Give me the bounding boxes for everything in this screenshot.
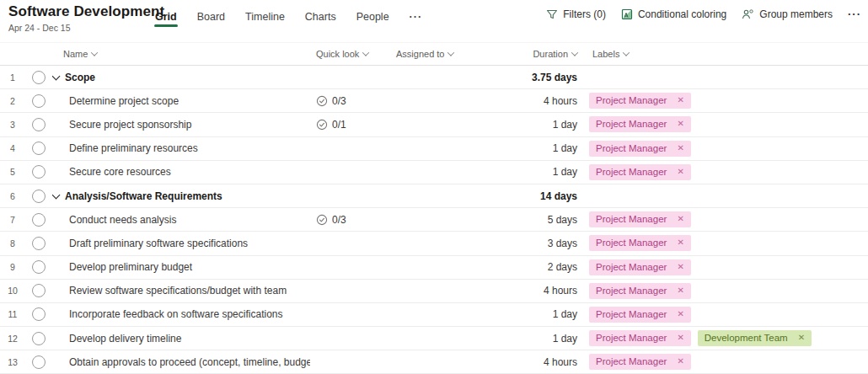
label-chip[interactable]: Project Manager✕ [589,211,691,227]
task-name-cell[interactable]: Incorporate feedback on software specifi… [52,308,310,320]
labels-cell[interactable]: Project Manager✕ [589,307,868,323]
duration-value[interactable]: 4 hours [472,356,577,368]
task-name-cell[interactable]: Conduct needs analysis [52,214,310,226]
table-row[interactable]: 4 Define preliminary resources 1 day Pro… [0,137,868,161]
column-header-duration[interactable]: Duration [472,49,577,59]
task-name-cell[interactable]: Draft preliminary software specification… [52,238,310,249]
remove-label-icon[interactable]: ✕ [677,144,683,152]
task-complete-circle[interactable] [32,142,46,155]
tab-people[interactable]: People [356,11,390,30]
task-name-cell[interactable]: Review software specifications/budget wi… [52,285,310,297]
remove-label-icon[interactable]: ✕ [677,238,683,247]
task-complete-circle[interactable] [32,165,46,179]
duration-value[interactable]: 5 days [472,214,577,226]
column-header-labels[interactable]: Labels [589,49,868,59]
quicklook-cell[interactable]: 0/3 [310,95,390,107]
quicklook-cell[interactable]: 0/3 [310,214,390,226]
label-chip[interactable]: Project Manager✕ [589,235,691,251]
group-members-button[interactable]: Group members [742,8,833,20]
duration-value[interactable]: 1 day [472,333,577,345]
task-complete-circle[interactable] [32,213,46,227]
duration-value[interactable]: 1 day [472,142,577,154]
remove-label-icon[interactable]: ✕ [677,168,683,176]
task-name-cell[interactable]: Secure core resources [52,166,310,178]
label-chip[interactable]: Project Manager✕ [589,283,691,299]
labels-cell[interactable]: Project Manager✕ [589,164,868,180]
collapse-chevron-icon[interactable] [52,190,60,199]
table-row[interactable]: 13 Obtain approvals to proceed (concept,… [0,350,868,374]
label-chip[interactable]: Development Team✕ [698,330,812,346]
duration-value[interactable]: 1 day [472,119,577,131]
table-row[interactable]: 5 Secure core resources 1 day Project Ma… [0,161,868,184]
toolbar-overflow-button[interactable]: ··· [848,8,861,20]
remove-label-icon[interactable]: ✕ [798,334,805,342]
duration-value[interactable]: 3 days [472,238,577,249]
task-complete-circle[interactable] [32,190,46,203]
labels-cell[interactable]: Project Manager✕ [589,93,868,109]
task-complete-circle[interactable] [32,332,46,345]
labels-cell[interactable]: Project Manager✕ [589,141,868,157]
duration-value[interactable]: 4 hours [472,285,577,297]
task-name-cell[interactable]: Obtain approvals to proceed (concept, ti… [52,356,310,368]
label-chip[interactable]: Project Manager✕ [589,259,691,275]
label-chip[interactable]: Project Manager✕ [589,141,691,157]
table-row[interactable]: 8 Draft preliminary software specificati… [0,232,868,255]
label-chip[interactable]: Project Manager✕ [589,164,691,180]
task-complete-circle[interactable] [32,284,46,297]
tab-charts[interactable]: Charts [304,11,337,30]
task-complete-circle[interactable] [32,118,46,131]
labels-cell[interactable]: Project Manager✕ [589,354,868,370]
labels-cell[interactable]: Project Manager✕ [589,259,868,275]
remove-label-icon[interactable]: ✕ [677,263,683,271]
column-header-quick-look[interactable]: Quick look [310,49,390,59]
tab-board[interactable]: Board [196,11,226,30]
table-row[interactable]: 12 Develop delivery timeline 1 day Proje… [0,327,868,350]
remove-label-icon[interactable]: ✕ [677,215,683,223]
task-complete-circle[interactable] [32,307,46,321]
task-complete-circle[interactable] [32,260,46,274]
conditional-coloring-button[interactable]: Conditional coloring [621,8,726,20]
remove-label-icon[interactable]: ✕ [677,357,683,366]
duration-value[interactable]: 1 day [472,166,577,178]
remove-label-icon[interactable]: ✕ [677,120,683,128]
task-complete-circle[interactable] [32,94,46,108]
table-row[interactable]: 3 Secure project sponsorship 0/1 1 day P… [0,113,868,136]
quicklook-cell[interactable]: 0/1 [310,119,390,131]
duration-value[interactable]: 3.75 days [472,72,577,83]
table-row[interactable]: 10 Review software specifications/budget… [0,280,868,303]
task-name-cell[interactable]: Define preliminary resources [52,142,310,154]
collapse-chevron-icon[interactable] [52,72,60,80]
task-name-cell[interactable]: Secure project sponsorship [52,119,310,131]
labels-cell[interactable]: Project Manager✕ [589,211,868,227]
column-header-assigned-to[interactable]: Assigned to [390,49,472,59]
table-row[interactable]: 2 Determine project scope 0/3 4 hours Pr… [0,89,868,113]
remove-label-icon[interactable]: ✕ [677,286,683,295]
task-complete-circle[interactable] [32,71,46,84]
label-chip[interactable]: Project Manager✕ [589,330,691,346]
duration-value[interactable]: 2 days [472,261,577,273]
tabs-overflow-button[interactable]: ··· [409,11,424,30]
label-chip[interactable]: Project Manager✕ [589,307,691,323]
label-chip[interactable]: Project Manager✕ [589,354,691,370]
labels-cell[interactable]: Project Manager✕ [589,235,868,251]
task-name-cell[interactable]: Scope [52,72,310,83]
remove-label-icon[interactable]: ✕ [677,334,683,342]
duration-value[interactable]: 14 days [472,190,577,202]
tab-timeline[interactable]: Timeline [244,11,286,30]
tab-grid[interactable]: Grid [154,11,178,30]
table-row[interactable]: 9 Develop preliminary budget 2 days Proj… [0,256,868,280]
table-row[interactable]: 6 Analysis/Software Requirements 14 days [0,184,868,208]
label-chip[interactable]: Project Manager✕ [589,116,691,132]
remove-label-icon[interactable]: ✕ [677,310,683,318]
task-name-cell[interactable]: Determine project scope [52,95,310,107]
task-complete-circle[interactable] [32,355,46,369]
labels-cell[interactable]: Project Manager✕ [589,283,868,299]
task-complete-circle[interactable] [32,237,46,250]
remove-label-icon[interactable]: ✕ [677,96,683,104]
table-row[interactable]: 1 Scope 3.75 days [0,66,868,89]
duration-value[interactable]: 1 day [472,308,577,320]
table-row[interactable]: 7 Conduct needs analysis 0/3 5 days Proj… [0,208,868,232]
table-row[interactable]: 11 Incorporate feedback on software spec… [0,303,868,327]
duration-value[interactable]: 4 hours [472,95,577,107]
task-name-cell[interactable]: Analysis/Software Requirements [52,190,310,202]
